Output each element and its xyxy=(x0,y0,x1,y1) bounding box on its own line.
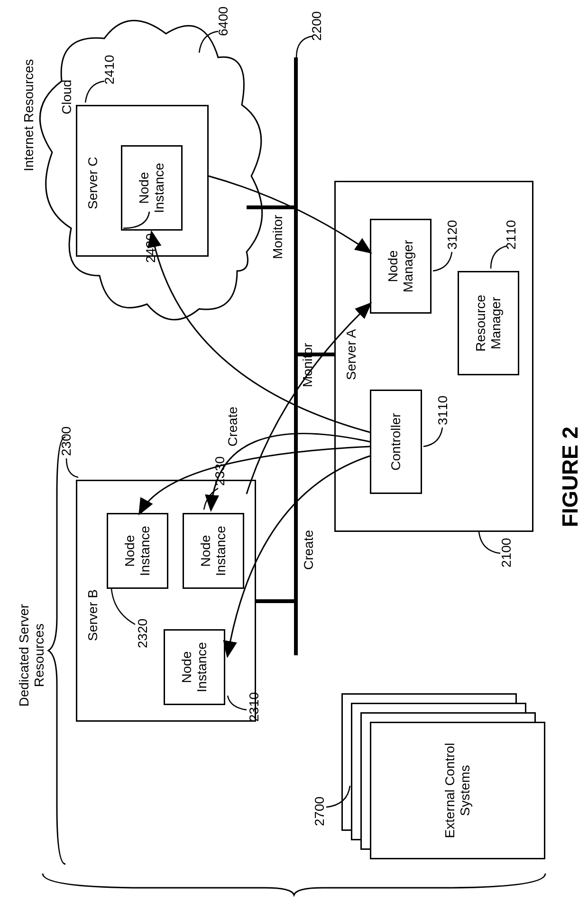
ref-2420: 2420 xyxy=(123,207,152,231)
ref-6400: 6400 xyxy=(199,24,223,53)
ref-2410: 2410 xyxy=(85,74,109,102)
ref-3120: 3120 xyxy=(433,250,454,273)
ref-2300: 2300 xyxy=(62,449,81,477)
ref-2200: 2200 xyxy=(294,29,318,57)
figure-title: FIGURE 2 xyxy=(557,427,583,527)
ref-2330: 2330 xyxy=(204,481,223,510)
arrows xyxy=(0,0,588,921)
ref-3110: 3110 xyxy=(423,425,445,449)
ref-2700: 2700 xyxy=(326,781,352,809)
ref-2320: 2320 xyxy=(111,589,140,627)
ref-2100: 2100 xyxy=(479,527,505,556)
brace-figure xyxy=(43,871,549,895)
ref-2110: 2110 xyxy=(488,242,510,269)
ref-2310: 2310 xyxy=(228,688,251,712)
